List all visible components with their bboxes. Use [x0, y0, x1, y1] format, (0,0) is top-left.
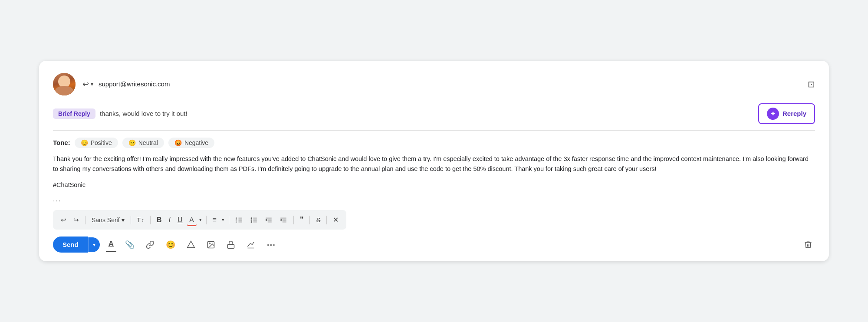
toolbar-separator-4: [206, 216, 207, 224]
bottom-action-row: Send ▾ A 📎 😊 ⋯: [53, 237, 815, 253]
neutral-label: Neutral: [138, 139, 158, 146]
tone-chip-positive[interactable]: 😊 Positive: [75, 138, 118, 148]
align-dropdown[interactable]: ▾: [221, 216, 225, 223]
window-icon[interactable]: ⊡: [808, 79, 815, 89]
rereply-button[interactable]: ✦ Rereply: [758, 103, 815, 124]
email-body-text: Thank you for the exciting offer! I'm re…: [53, 154, 815, 174]
lock-button[interactable]: [224, 238, 238, 252]
tone-label: Tone:: [53, 139, 70, 146]
drive-button[interactable]: [184, 238, 198, 252]
positive-label: Positive: [91, 139, 112, 146]
svg-point-10: [250, 219, 252, 220]
bullet-list-button[interactable]: [247, 214, 260, 226]
attach-file-button[interactable]: 📎: [122, 237, 137, 252]
tone-row: Tone: 😊 Positive 😐 Neutral 😡 Negative: [53, 138, 815, 148]
svg-text:3: 3: [236, 220, 237, 223]
negative-label: Negative: [184, 139, 208, 146]
numbered-list-button[interactable]: 123: [233, 214, 246, 226]
font-name: Sans Serif: [92, 217, 120, 223]
font-dropdown-icon: ▾: [122, 217, 125, 223]
toolbar-separator-7: [309, 216, 310, 224]
insert-link-button[interactable]: [143, 238, 157, 252]
font-selector[interactable]: Sans Serif ▾: [89, 215, 127, 225]
email-body: Thank you for the exciting offer! I'm re…: [53, 154, 815, 191]
font-color-dropdown[interactable]: ▾: [198, 216, 203, 223]
send-dropdown-button[interactable]: ▾: [88, 237, 100, 252]
negative-emoji: 😡: [174, 139, 182, 146]
toolbar-separator-1: [85, 216, 85, 224]
insert-photo-button[interactable]: [204, 238, 218, 252]
ellipsis-row: ···: [53, 197, 815, 205]
recipient-email: support@writesonic.com: [99, 80, 170, 88]
toolbar-separator-5: [229, 216, 229, 224]
quote-button[interactable]: ": [297, 214, 306, 226]
brief-reply-text: thanks, would love to try it out!: [100, 110, 187, 117]
neutral-emoji: 😐: [128, 139, 136, 146]
send-button[interactable]: Send: [53, 237, 88, 253]
tone-chip-negative[interactable]: 😡 Negative: [168, 138, 214, 148]
undo-button[interactable]: ↩: [58, 214, 69, 226]
indent-increase-button[interactable]: [277, 214, 290, 226]
header-row: ↩ ▾ support@writesonic.com ⊡: [53, 73, 815, 95]
rereply-icon: ✦: [767, 108, 779, 120]
bold-button[interactable]: B: [154, 214, 164, 226]
tone-chip-neutral[interactable]: 😐 Neutral: [122, 138, 164, 148]
email-compose-container: ↩ ▾ support@writesonic.com ⊡ Brief Reply…: [39, 61, 829, 262]
toolbar-separator-2: [131, 216, 131, 224]
toolbar-separator-3: [150, 216, 151, 224]
svg-point-11: [250, 221, 252, 223]
avatar: [53, 73, 76, 95]
svg-point-9: [250, 217, 252, 219]
heading-button[interactable]: T↕: [135, 215, 147, 225]
positive-emoji: 😊: [81, 139, 88, 146]
back-arrow-icon[interactable]: ↩: [82, 79, 89, 89]
toolbar-separator-8: [326, 216, 327, 224]
nav-icons: ↩ ▾: [82, 79, 93, 89]
rereply-label: Rereply: [783, 110, 806, 117]
insert-emoji-button[interactable]: 😊: [163, 237, 178, 252]
strikethrough-button[interactable]: S: [313, 214, 323, 225]
discard-button[interactable]: [801, 238, 815, 252]
font-color-button[interactable]: A: [187, 214, 197, 226]
formatting-toolbar: ↩ ↪ Sans Serif ▾ T↕ B I U A ▾ ≡ ▾ 123 ": [53, 210, 346, 230]
nav-dropdown-icon[interactable]: ▾: [91, 81, 93, 87]
svg-point-20: [209, 243, 210, 244]
align-button[interactable]: ≡: [210, 214, 219, 226]
brief-reply-badge: Brief Reply: [53, 108, 95, 119]
toolbar-separator-6: [293, 216, 294, 224]
italic-button[interactable]: I: [166, 214, 173, 226]
underline-button[interactable]: U: [175, 214, 185, 226]
svg-rect-21: [227, 244, 234, 248]
text-format-icon-button[interactable]: A: [106, 237, 116, 252]
indent-decrease-button[interactable]: [262, 214, 275, 226]
more-options-button[interactable]: ⋯: [264, 237, 279, 253]
signature-button[interactable]: [244, 238, 258, 252]
clear-format-button[interactable]: ✕: [330, 214, 341, 226]
brief-reply-row: Brief Reply thanks, would love to try it…: [53, 103, 815, 131]
email-hashtag: #ChatSonic: [53, 180, 815, 190]
send-button-group: Send ▾: [53, 237, 100, 253]
redo-button[interactable]: ↪: [71, 214, 82, 226]
svg-marker-18: [187, 241, 195, 247]
brief-reply-content: Brief Reply thanks, would love to try it…: [53, 108, 187, 119]
